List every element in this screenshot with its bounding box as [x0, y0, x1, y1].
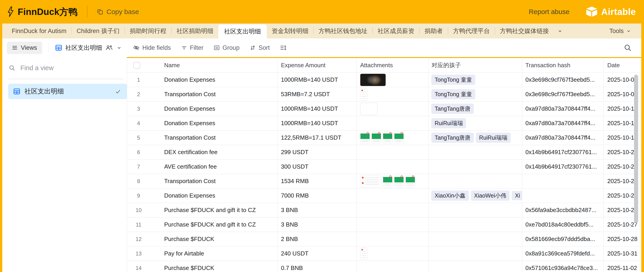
- linked-children-cell[interactable]: RuiRui瑞瑞: [429, 116, 522, 130]
- airtable-brand[interactable]: Airtable: [585, 6, 636, 17]
- attachment-thumbnail-receipt-green[interactable]: [372, 132, 381, 144]
- attachment-thumbnail-photo-dark[interactable]: [360, 74, 386, 86]
- linked-children-cell[interactable]: [429, 232, 522, 246]
- vertical-scrollbar[interactable]: [634, 75, 638, 223]
- row-number-cell[interactable]: 3: [127, 102, 164, 116]
- linked-children-cell[interactable]: [429, 203, 522, 217]
- expense-amount-cell[interactable]: 240 USDT: [278, 247, 357, 261]
- transaction-hash-cell[interactable]: 0x581669ecb97ddd5dba...: [522, 232, 604, 246]
- table-row[interactable]: 6DEX certification fee299 USDT0x14b9b649…: [127, 145, 641, 160]
- attachment-thumbnail-receipt-white[interactable]: [360, 88, 368, 100]
- linked-children-cell[interactable]: TangTang唐唐RuiRui瑞瑞: [429, 131, 522, 145]
- select-all-checkbox[interactable]: [133, 62, 140, 69]
- copy-base-button[interactable]: Copy base: [97, 8, 139, 16]
- search-button[interactable]: [624, 44, 632, 52]
- row-number-cell[interactable]: 13: [127, 247, 164, 261]
- table-tab-6[interactable]: 资金划转明细: [267, 23, 314, 38]
- table-tab-7[interactable]: 方鸭社区钱包地址: [314, 23, 372, 38]
- transaction-hash-cell[interactable]: 0xe7bd018a4c80eddbf5...: [522, 218, 604, 232]
- transaction-hash-cell[interactable]: 0x14b9b64917cf2307761...: [522, 160, 604, 174]
- linked-children-cell[interactable]: TangTang唐唐: [429, 102, 522, 116]
- linked-children-cell[interactable]: TongTong 童童: [429, 87, 522, 101]
- table-row[interactable]: 8Transportation Cost1534 RMB2025-10-27: [127, 174, 641, 189]
- table-tab-8[interactable]: 社区成员薪资: [373, 23, 419, 38]
- attachment-thumbnail-receipt-green[interactable]: [360, 132, 370, 144]
- transaction-hash-cell[interactable]: 0x3e698c9cf767f3eebd5...: [522, 87, 604, 101]
- table-row[interactable]: 2Transportation Cost53RMB=7.2 USDTTongTo…: [127, 87, 641, 102]
- name-cell[interactable]: Purchase $FDUCK and gift it to CZ: [164, 203, 278, 217]
- attachment-thumbnail-receipt-green[interactable]: [406, 175, 415, 187]
- transaction-hash-cell[interactable]: 0xa97d80a73a708447ff4...: [522, 116, 604, 130]
- attachments-cell[interactable]: [357, 102, 429, 116]
- filter-button[interactable]: Filter: [181, 44, 204, 51]
- expense-amount-cell[interactable]: 1000RMB=140 USDT: [278, 73, 357, 87]
- attachments-cell[interactable]: [357, 232, 429, 246]
- current-view-switcher[interactable]: 社区支出明细: [55, 44, 122, 52]
- attachments-cell[interactable]: [357, 174, 429, 188]
- group-button[interactable]: Group: [214, 44, 240, 51]
- transaction-hash-cell[interactable]: 0x3e698c9cf767f3eebd5...: [522, 73, 604, 87]
- row-height-button[interactable]: [280, 44, 286, 51]
- table-tab-11[interactable]: 方鸭社交媒体链接: [495, 23, 554, 38]
- attachment-thumbnail-photo-warm[interactable]: [360, 103, 378, 115]
- expense-amount-cell[interactable]: 0.7 BNB: [278, 261, 357, 272]
- attachments-cell[interactable]: [357, 145, 429, 159]
- row-number-cell[interactable]: 2: [127, 87, 164, 101]
- table-tab-5[interactable]: 社区支出明细: [218, 24, 267, 38]
- transaction-hash-cell[interactable]: 0xa97d80a73a708447ff4...: [522, 102, 604, 116]
- sidebar-view-item-selected[interactable]: 社区支出明细: [8, 84, 127, 99]
- attachments-cell[interactable]: [357, 73, 429, 87]
- expense-amount-cell[interactable]: 1000RMB=140 USDT: [278, 116, 357, 130]
- table-row[interactable]: 5Transportation Cost122,5RMB=17.1 USDTTa…: [127, 131, 641, 145]
- row-number-cell[interactable]: 8: [127, 174, 164, 188]
- attachments-cell[interactable]: [357, 218, 429, 232]
- name-cell[interactable]: Transportation Cost: [164, 87, 278, 101]
- find-view-input[interactable]: [20, 64, 124, 72]
- expense-amount-cell[interactable]: 53RMB=7.2 USDT: [278, 87, 357, 101]
- attachments-cell[interactable]: [357, 189, 429, 203]
- date-cell[interactable]: 2025-11-02: [604, 261, 641, 272]
- table-row[interactable]: 7AVE certification fee300 USDT0x14b9b649…: [127, 160, 641, 174]
- transaction-hash-cell[interactable]: 0x56fa9abe3ccbdbb2487...: [522, 203, 604, 217]
- transaction-hash-cell[interactable]: [522, 189, 604, 203]
- expense-amount-cell[interactable]: 7000 RMB: [278, 189, 357, 203]
- row-number-cell[interactable]: 6: [127, 145, 164, 159]
- table-tab-1[interactable]: FinnDuck for Autism: [7, 23, 72, 38]
- linked-children-cell[interactable]: TongTong 童童: [429, 73, 522, 87]
- transaction-hash-cell[interactable]: 0xa97d80a73a708447ff4...: [522, 131, 604, 145]
- tools-menu[interactable]: Tools: [609, 23, 631, 38]
- table-row[interactable]: 3Donation Expenses1000RMB=140 USDTTangTa…: [127, 102, 641, 116]
- name-cell[interactable]: Transportation Cost: [164, 131, 278, 145]
- expense-amount-cell[interactable]: 299 USDT: [278, 145, 357, 159]
- name-cell[interactable]: Donation Expenses: [164, 102, 278, 116]
- transaction-hash-cell[interactable]: [522, 174, 604, 188]
- name-cell[interactable]: Purchase $FDUCK and gift it to CZ: [164, 218, 278, 232]
- row-number-cell[interactable]: 1: [127, 73, 164, 87]
- expense-amount-cell[interactable]: 122,5RMB=17.1 USDT: [278, 131, 357, 145]
- name-cell[interactable]: Donation Expenses: [164, 73, 278, 87]
- expense-amount-cell[interactable]: 1000RMB=140 USDT: [278, 102, 357, 116]
- transaction-hash-cell[interactable]: 0x8a91c369cea579fdefd...: [522, 247, 604, 261]
- linked-children-cell[interactable]: [429, 160, 522, 174]
- name-cell[interactable]: Donation Expenses: [164, 116, 278, 130]
- table-row[interactable]: 13Pay for Airtable240 USDT0x8a91c369cea5…: [127, 247, 641, 261]
- name-cell[interactable]: Pay for Airtable: [164, 247, 278, 261]
- row-number-cell[interactable]: 4: [127, 116, 164, 130]
- expense-amount-cell[interactable]: 1534 RMB: [278, 174, 357, 188]
- linked-children-cell[interactable]: [429, 174, 522, 188]
- linked-children-cell[interactable]: [429, 218, 522, 232]
- attachments-cell[interactable]: [357, 247, 429, 261]
- hide-fields-button[interactable]: Hide fields: [133, 44, 171, 51]
- expense-amount-cell[interactable]: 3 BNB: [278, 218, 357, 232]
- name-cell[interactable]: Purchase $FDUCK: [164, 261, 278, 272]
- linked-children-cell[interactable]: [429, 261, 522, 272]
- name-cell[interactable]: Transportation Cost: [164, 174, 278, 188]
- table-row[interactable]: 10Purchase $FDUCK and gift it to CZ3 BNB…: [127, 203, 641, 218]
- attachments-cell[interactable]: [357, 261, 429, 272]
- attachment-thumbnail-receipt-green[interactable]: [394, 175, 404, 187]
- table-row[interactable]: 12Purchase $FDUCK2 BNB0x581669ecb97ddd5d…: [127, 232, 641, 247]
- expense-amount-cell[interactable]: 300 USDT: [278, 160, 357, 174]
- report-abuse-link[interactable]: Report abuse: [529, 8, 570, 16]
- table-row[interactable]: 1Donation Expenses1000RMB=140 USDTTongTo…: [127, 73, 641, 87]
- date-cell[interactable]: 2025-10-28: [604, 232, 641, 246]
